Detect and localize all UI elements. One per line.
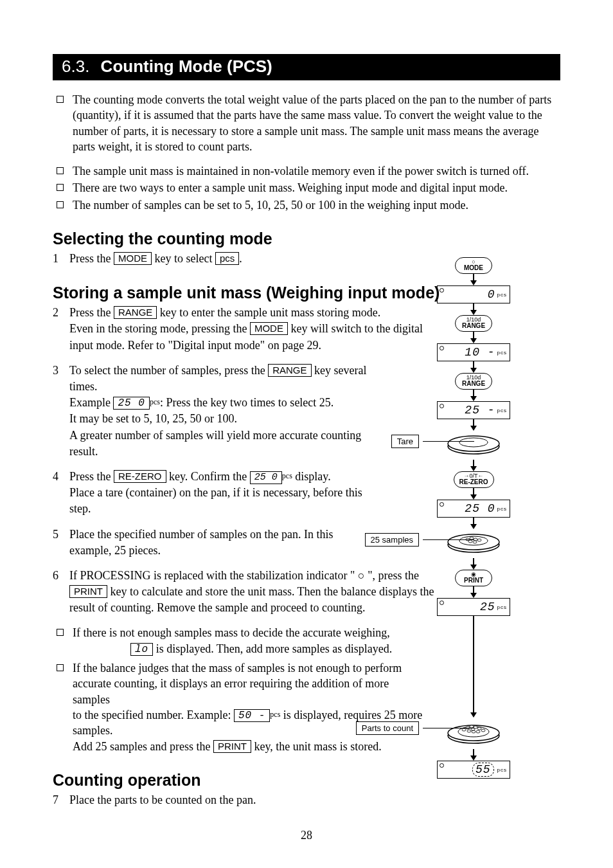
text: display. [292,470,331,483]
text: 25 0 [118,397,145,409]
key-range: RANGE [268,364,311,377]
lcd-unit: pcs [497,408,507,413]
key-label: RE-ZERO [459,479,488,485]
pan-samples-icon [445,529,502,555]
key-rezero: RE-ZERO [114,470,166,483]
lcd-value: 10 - [465,346,495,359]
svg-point-15 [462,728,466,731]
key-label: RANGE [461,381,486,387]
disp-25-0: 25 0 [113,397,149,410]
text: . [239,252,242,265]
diagram-key-rezero: →0/T← RE-ZERO [454,471,494,488]
diagram-key-range: 1/10d RANGE [455,315,492,332]
text: If the balance judges that the mass of s… [73,662,402,674]
text: If there is not enough samples mass to d… [73,626,390,639]
note-text: If there is not enough samples mass to d… [73,625,423,656]
pan-empty-icon [445,431,502,457]
label-parts: Parts to count [356,721,419,735]
note-text: If the balance judges that the mass of s… [73,660,423,754]
step-number: 7 [53,792,69,808]
disp-25-0b: 25 0 [250,471,282,484]
step-number: 1 [53,251,69,267]
bullet-text: There are two ways to enter a sample uni… [73,180,560,195]
step-text: To select the number of samples, press t… [69,363,374,460]
lcd-unit: pcs [497,767,507,773]
disp-lo: lo [130,643,153,656]
bullet-icon [57,96,64,103]
page-number: 28 [0,829,613,842]
text: pcs [150,397,160,406]
section-header: 6.3. Counting Mode (PCS) [53,54,560,80]
bullet-icon [57,629,64,636]
step-text: Press the RE-ZERO key. Confirm the 25 0p… [69,469,374,518]
svg-point-19 [477,727,481,730]
bullet-icon [57,184,64,191]
lcd-unit: pcs [497,350,507,356]
section-title: Counting Mode (PCS) [101,57,272,76]
svg-point-2 [459,438,488,447]
diagram-key-print: ◉ PRINT [455,570,492,586]
text: key, the unit mass is stored. [251,740,382,753]
bullet-icon [57,201,64,208]
svg-point-23 [476,730,480,733]
svg-point-21 [467,730,471,732]
text: to the specified number. Example: [73,709,234,721]
text: pcs [270,710,280,719]
step-number: 6 [53,568,69,617]
svg-point-22 [472,730,475,733]
step-text: Place the parts to be counted on the pan… [69,792,355,808]
text: If PROCESSING is replaced with the stabi… [69,569,419,582]
text: To select the number of samples, press t… [69,364,268,377]
text: key to select [152,252,215,265]
label-tare: Tare [391,435,419,448]
step-number: 5 [53,527,69,559]
svg-point-11 [473,541,477,543]
key-mode: MODE [250,322,288,335]
step-number: 2 [53,305,69,354]
text: It may be set to 5, 10, 25, 50 or 100. [69,412,237,425]
text: Press the [69,470,114,483]
step-number: 4 [53,469,69,518]
label-25-samples: 25 samples [365,533,419,547]
svg-point-20 [481,729,485,732]
bullet-icon [57,664,64,671]
disp-pcs: pcs [215,252,239,265]
step-text: Place the specified number of samples on… [69,527,374,559]
text: Even in the storing mode, pressing the [69,322,250,335]
intro-bullet-list: The counting mode converts the total wei… [57,92,560,213]
lcd-10: 10 -pcs [437,343,510,361]
disp-50: 50 - [234,709,270,722]
bullet-text: The number of samples can be set to 5, 1… [73,197,560,213]
bullet-text: The sample unit mass is maintained in no… [73,163,560,179]
lcd-value: 25 - [465,404,495,417]
key-range: RANGE [114,306,157,319]
key-label: PRINT [461,577,486,584]
text: Example [69,396,113,409]
key-label: RANGE [461,323,486,329]
diagram-key-range: 1/10d RANGE [455,373,492,390]
diagram-key-mode: ○ MODE [455,257,492,274]
lcd-unit: pcs [497,506,507,512]
lcd-0: 0pcs [437,285,510,303]
lcd-25-0: 25 0pcs [437,500,510,518]
text: is displayed. Then, add more samples as … [153,642,392,655]
pan-parts-icon [445,718,502,746]
section-number: 6.3. [62,57,89,76]
text: : Press the key two times to select 25. [160,396,333,409]
text: key to enter the sample unit mass storin… [157,306,380,319]
text: key to calculate and store the unit mass… [69,585,434,614]
lcd-value: 25 0 [465,502,495,515]
bullet-icon [57,167,64,174]
svg-point-10 [468,540,472,543]
lcd-value: 25 [480,601,495,613]
lcd-25: 25 -pcs [437,401,510,419]
text: Add 25 samples and press the [73,740,213,753]
text: key. Confirm the [166,470,250,483]
text: Press the [69,306,114,319]
lcd-value: 0 [488,288,495,301]
lcd-55: 55 pcs [437,761,510,779]
lcd-unit: pcs [497,292,507,298]
svg-point-9 [477,539,481,541]
text: Press the [69,252,114,265]
flow-diagram: ○ MODE 0pcs 1/10d RANGE 10 -pcs 1/10d RA… [387,257,560,779]
